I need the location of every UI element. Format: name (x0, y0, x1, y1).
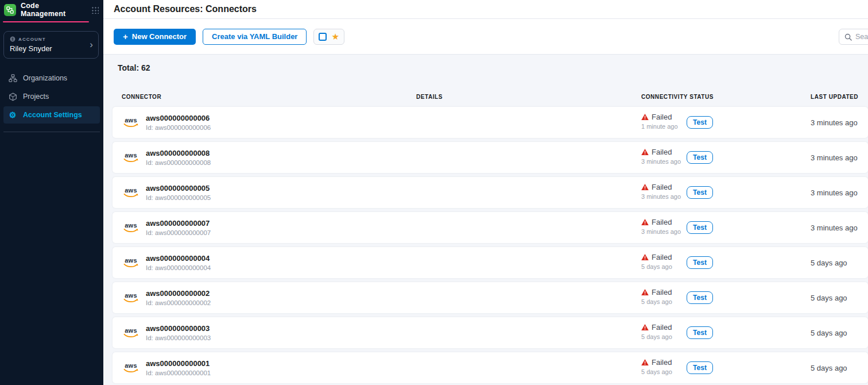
status-time: 1 minute ago (641, 123, 678, 130)
connector-texts: aws000000000002 Id: aws000000000002 (146, 289, 211, 306)
connectivity-status-cell: Failed 5 days ago (641, 288, 672, 305)
aws-smile-icon (123, 123, 139, 128)
connector-row[interactable]: aws aws000000000006 Id: aws000000000006 … (113, 107, 868, 138)
connector-name: aws000000000001 (146, 359, 211, 368)
connector-name: aws000000000006 (146, 114, 211, 123)
code-management-logo-icon[interactable] (4, 4, 16, 16)
create-yaml-builder-button[interactable]: Create via YAML Builder (203, 29, 307, 45)
aws-smile-icon (123, 263, 139, 268)
connector-row[interactable]: aws aws000000000004 Id: aws000000000004 … (113, 247, 868, 278)
connector-name: aws000000000005 (146, 184, 211, 193)
test-button[interactable]: Test (687, 361, 713, 374)
search-icon (844, 33, 852, 41)
warning-triangle-icon (641, 219, 649, 225)
connectivity-status-cell: Failed 5 days ago (641, 323, 672, 340)
sidebar-header: Code Management (0, 0, 103, 18)
sidebar-divider (3, 132, 100, 132)
connector-row[interactable]: aws aws000000000008 Id: aws000000000008 … (113, 142, 868, 173)
account-label: ACCOUNT (18, 37, 46, 42)
connector-texts: aws000000000006 Id: aws000000000006 (146, 114, 211, 131)
table-header: CONNECTOR DETAILS CONNECTIVITY STATUS LA… (113, 94, 868, 102)
account-scope-selector[interactable]: ACCOUNT Riley Snyder › (3, 31, 99, 59)
test-button[interactable]: Test (687, 151, 713, 164)
connector-row[interactable]: aws aws000000000001 Id: aws000000000001 … (113, 352, 868, 383)
warning-triangle-icon (641, 359, 649, 365)
account-scope-icon (10, 36, 16, 42)
status-text: Failed (652, 113, 672, 121)
status-text: Failed (652, 288, 672, 297)
aws-logo-icon: aws (122, 187, 140, 198)
connectivity-status-cell: Failed 3 minutes ago (641, 148, 681, 165)
warning-triangle-icon (641, 149, 649, 155)
status-row: Failed (641, 358, 672, 367)
last-updated: 3 minutes ago (811, 224, 858, 232)
test-button[interactable]: Test (687, 291, 713, 304)
aws-smile-icon (123, 368, 139, 373)
connectivity-status-cell: Failed 3 minutes ago (641, 218, 681, 235)
app-switcher-grid-icon[interactable] (91, 6, 99, 14)
last-updated: 3 minutes ago (811, 188, 858, 197)
test-button[interactable]: Test (687, 186, 713, 199)
connector-row[interactable]: aws aws000000000007 Id: aws000000000007 … (113, 212, 868, 243)
favorites-filter-group: ★ (313, 29, 344, 45)
total-label: Total: (118, 63, 141, 72)
column-header-connectivity-status: CONNECTIVITY STATUS (641, 94, 714, 100)
connector-name: aws000000000007 (146, 219, 211, 228)
page-title: Account Resources: Connectors (114, 4, 257, 14)
new-connector-label: New Connector (132, 32, 187, 41)
plus-icon: + (123, 32, 128, 41)
status-text: Failed (652, 323, 672, 332)
connector-cell: aws aws000000000006 Id: aws000000000006 (122, 107, 211, 138)
page-header: Account Resources: Connectors (103, 0, 868, 19)
connector-texts: aws000000000007 Id: aws000000000007 (146, 219, 211, 236)
test-button[interactable]: Test (687, 221, 713, 234)
toolbar: + New Connector Create via YAML Builder … (103, 19, 868, 55)
connector-id: Id: aws000000000008 (146, 159, 211, 166)
sidebar-item-projects[interactable]: Projects (3, 88, 100, 105)
sidebar-item-organizations[interactable]: Organizations (3, 70, 100, 87)
status-row: Failed (641, 323, 672, 332)
connector-name: aws000000000004 (146, 254, 211, 263)
search-box (839, 29, 868, 45)
gear-icon: ⚙ (8, 110, 17, 120)
last-updated: 5 days ago (811, 364, 847, 372)
test-button[interactable]: Test (687, 116, 713, 129)
sidebar-item-account-settings[interactable]: ⚙ Account Settings (3, 106, 100, 124)
test-button[interactable]: Test (687, 326, 713, 339)
search-input[interactable] (855, 33, 868, 41)
status-row: Failed (641, 148, 681, 156)
warning-triangle-icon (641, 254, 649, 260)
connector-row[interactable]: aws aws000000000005 Id: aws000000000005 … (113, 177, 868, 208)
connector-list: aws aws000000000006 Id: aws000000000006 … (113, 107, 868, 385)
connector-row[interactable]: aws aws000000000002 Id: aws000000000002 … (113, 282, 868, 313)
last-updated: 5 days ago (811, 329, 847, 337)
status-row: Failed (641, 183, 681, 191)
module-title: Code Management (21, 2, 86, 18)
column-header-connector: CONNECTOR (122, 94, 161, 100)
app-window: Code Management ACCOUNT Riley Snyder › (0, 0, 868, 385)
connector-id: Id: aws000000000007 (146, 229, 211, 236)
connector-row[interactable]: aws aws000000000003 Id: aws000000000003 … (113, 317, 868, 348)
favorites-checkbox[interactable] (319, 33, 327, 41)
account-name: Riley Snyder (10, 44, 92, 53)
connector-cell: aws aws000000000008 Id: aws000000000008 (122, 142, 211, 173)
connector-name: aws000000000002 (146, 289, 211, 298)
aws-logo-icon: aws (122, 222, 140, 233)
status-time: 5 days ago (641, 333, 672, 340)
chevron-right-icon: › (90, 40, 93, 49)
status-text: Failed (652, 183, 672, 191)
status-time: 3 minutes ago (641, 158, 681, 165)
last-updated: 5 days ago (811, 294, 847, 302)
connector-cell: aws aws000000000001 Id: aws000000000001 (122, 352, 211, 383)
status-time: 3 minutes ago (641, 193, 681, 200)
status-time: 5 days ago (641, 368, 672, 375)
test-button[interactable]: Test (687, 256, 713, 269)
connector-id: Id: aws000000000003 (146, 334, 211, 341)
status-time: 5 days ago (641, 263, 672, 270)
star-icon[interactable]: ★ (331, 32, 339, 41)
connectivity-status-cell: Failed 3 minutes ago (641, 183, 681, 200)
new-connector-button[interactable]: + New Connector (114, 29, 196, 45)
status-text: Failed (652, 218, 672, 226)
connector-id: Id: aws000000000004 (146, 264, 211, 271)
warning-triangle-icon (641, 184, 649, 190)
